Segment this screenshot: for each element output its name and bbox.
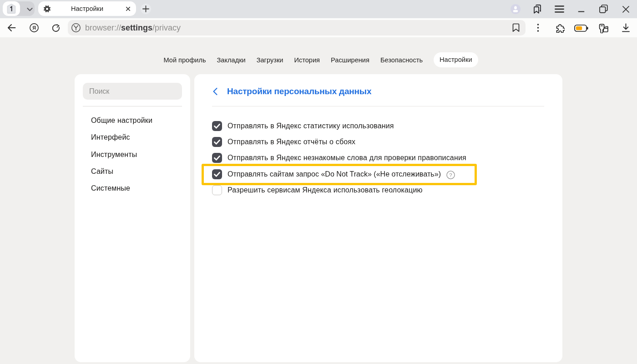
svg-text:?: ?: [449, 172, 452, 178]
